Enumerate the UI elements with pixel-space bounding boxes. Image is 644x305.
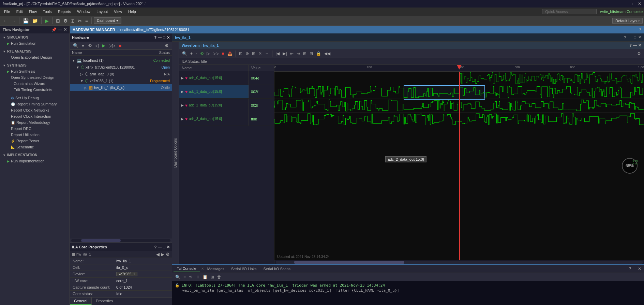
hw-list-btn[interactable]: ≡ <box>81 43 86 48</box>
console-refresh-btn[interactable]: ⟲ <box>188 274 193 280</box>
ila-tab-properties[interactable]: Properties <box>92 297 117 305</box>
console-clear-btn[interactable]: 🗑 <box>216 274 222 280</box>
menu-layout[interactable]: Layout <box>94 9 110 14</box>
dashboard-dropdown[interactable]: Dashboard ▾ <box>94 17 121 24</box>
run-btn[interactable]: ▶ <box>44 18 50 24</box>
close-btn[interactable]: ✕ <box>638 1 641 6</box>
hw-close-btn[interactable]: ✕ <box>167 35 170 40</box>
dashboard-options-label[interactable]: Dashboard Options <box>173 135 178 170</box>
wf-ff-btn[interactable]: ▷▷ <box>212 51 220 56</box>
nav-min-btn[interactable]: — <box>58 27 62 32</box>
menu-reports[interactable]: Reports <box>55 9 74 14</box>
synthesis-section-title[interactable]: ▼ SYNTHESIS <box>0 62 70 68</box>
signal-row-adc1[interactable]: ▶ ♥ adc_1_data_out[15:0] 002f <box>179 85 274 99</box>
hw-min-btn[interactable]: — <box>158 35 162 40</box>
hw-help-btn[interactable]: ? <box>154 35 157 40</box>
wf-min-btn[interactable]: — <box>633 43 637 48</box>
ila-min-btn[interactable]: — <box>158 245 162 249</box>
nav-edit-timing[interactable]: Edit Timing Constraints <box>0 87 70 93</box>
more-btn[interactable]: ≡ <box>84 18 89 24</box>
back-btn[interactable]: ← <box>1 18 9 24</box>
tree-hw-ila1[interactable]: ▷ ▦ hw_ila_1 (ila_0_u) Idle <box>70 84 172 91</box>
waveform-restore-btn[interactable]: □ <box>634 35 636 40</box>
wf-cursor-btn[interactable]: ↔ <box>264 51 270 56</box>
nav-run-synthesis[interactable]: ▶ Run Synthesis <box>0 68 70 74</box>
console-search-btn[interactable]: 🔍 <box>174 274 181 280</box>
tree-xilinx-tcf[interactable]: ▼ ⬡ xilinx_tcf/Digilent/210512180081 Ope… <box>70 64 172 71</box>
console-pause-btn[interactable]: ⏸ <box>194 274 200 280</box>
signal-row-adc2[interactable]: ▶ ♥ adc_2_data_out[15:0] 002f <box>179 99 274 112</box>
nav-report-clock-interaction[interactable]: Report Clock Interaction <box>0 113 70 119</box>
signal-row-adc3[interactable]: ▶ ♥ adc_3_data_out[15:0] ffdb <box>179 112 274 126</box>
hw-restore-btn[interactable]: □ <box>163 35 165 40</box>
hw-ila-tab-label[interactable]: hw_ila_1 <box>175 35 191 40</box>
menu-view[interactable]: View <box>111 9 125 14</box>
menu-window[interactable]: Window <box>74 9 93 14</box>
tab-tcl-console[interactable]: Tcl Console <box>174 265 200 272</box>
wf-help-btn[interactable]: ? <box>629 43 632 48</box>
ila-next-btn[interactable]: ▶ <box>161 252 164 257</box>
nav-report-clock-networks[interactable]: Report Clock Networks <box>0 107 70 113</box>
menu-help[interactable]: Help <box>125 9 139 14</box>
nav-report-power[interactable]: ⚡ Report Power <box>0 138 70 144</box>
hw-fwd-btn[interactable]: ▷▷ <box>108 43 117 48</box>
wf-expand-btn[interactable]: ⇤ <box>289 51 295 56</box>
wf-refresh-btn[interactable]: ⟲ <box>199 51 205 56</box>
hw-mgr-help[interactable]: ? <box>639 28 641 32</box>
layout-btn[interactable]: ⊞ <box>55 18 61 24</box>
nav-open-synthesized[interactable]: Open Synthesized Design <box>0 74 70 81</box>
console-table-btn[interactable]: ⊞ <box>210 274 215 280</box>
tab-serial-io-links[interactable]: Serial I/O Links <box>228 266 260 272</box>
rtl-section-title[interactable]: ▼ RTL ANALYSIS <box>0 48 70 54</box>
wf-export-btn[interactable]: 📤 <box>226 51 234 56</box>
console-min-btn[interactable]: — <box>632 266 636 271</box>
waveform-help-btn[interactable]: ? <box>624 35 626 40</box>
expand-arrow-adc0[interactable]: ▶ <box>181 76 184 80</box>
wf-close-btn[interactable]: ✕ <box>638 43 641 48</box>
wf-play-btn[interactable]: ▷ <box>206 51 211 56</box>
settings-btn[interactable]: ⚙ <box>62 18 69 24</box>
waveform-min-btn[interactable]: — <box>628 35 632 40</box>
hw-refresh-btn[interactable]: ⟲ <box>87 43 93 48</box>
expand-arrow-adc3[interactable]: ▶ <box>181 117 184 121</box>
nav-constraints-wizard[interactable]: Constraints Wizard <box>0 81 70 87</box>
nav-report-drc[interactable]: Report DRC <box>0 126 70 132</box>
scroll-track[interactable] <box>276 261 643 264</box>
hw-hscroll[interactable] <box>71 239 170 242</box>
wf-zoom-sel-btn[interactable]: ⊕ <box>244 51 250 56</box>
wf-prev-edge-btn[interactable]: |◀ <box>274 51 281 56</box>
hw-run-btn[interactable]: ▶ <box>101 43 106 48</box>
wf-prev-cap-btn[interactable]: ◀◀ <box>323 51 331 56</box>
nav-run-simulation[interactable]: ▶ Run Simulation <box>0 40 70 46</box>
forward-btn[interactable]: → <box>10 18 17 24</box>
expand-arrow-adc1[interactable]: ▶ <box>181 90 184 93</box>
tree-arm-dap[interactable]: ▷ ⬡ arm_dap_0 (0) N/A <box>70 71 172 77</box>
ila-tab-general[interactable]: General <box>70 297 92 305</box>
window-controls[interactable]: — □ ✕ <box>626 1 641 6</box>
waveform-hscroll[interactable] <box>274 260 644 264</box>
wf-stop-btn[interactable]: ■ <box>221 51 225 56</box>
wf-collapse-btn[interactable]: ⇥ <box>296 51 301 56</box>
nav-setup-debug[interactable]: ⚙ Set Up Debug <box>0 95 70 101</box>
nav-close-btn[interactable]: ✕ <box>63 27 67 32</box>
menu-edit[interactable]: Edit <box>14 9 26 14</box>
simulation-section-title[interactable]: ▼ SIMULATION <box>0 34 70 40</box>
nav-run-implementation[interactable]: ▶ Run Implementation <box>0 158 70 164</box>
menu-file[interactable]: File <box>1 9 13 14</box>
open-btn[interactable]: 📁 <box>31 18 39 24</box>
menu-tools[interactable]: Tools <box>40 9 55 14</box>
tab-serial-io-scans[interactable]: Serial I/O Scans <box>260 266 294 272</box>
cut-btn[interactable]: ✂ <box>76 18 83 24</box>
expand-arrow-adc2[interactable]: ▶ <box>181 103 184 107</box>
waveform-close-btn[interactable]: ✕ <box>638 35 641 40</box>
ila-prev-btn[interactable]: ◀ <box>156 252 160 257</box>
nav-open-elaborated[interactable]: Open Elaborated Design <box>0 54 70 60</box>
console-help-btn[interactable]: ? <box>629 266 631 271</box>
ila-restore-btn[interactable]: □ <box>163 245 165 249</box>
impl-section-title[interactable]: ▼ IMPLEMENTATION <box>0 152 70 158</box>
wf-search-btn[interactable]: 🔍 <box>181 51 188 56</box>
nav-report-timing[interactable]: 🕐 Report Timing Summary <box>0 101 70 107</box>
wf-settings-btn[interactable]: ⚙ <box>636 51 642 56</box>
console-copy-btn[interactable]: 📋 <box>201 274 209 280</box>
quick-access-input[interactable] <box>542 9 597 14</box>
